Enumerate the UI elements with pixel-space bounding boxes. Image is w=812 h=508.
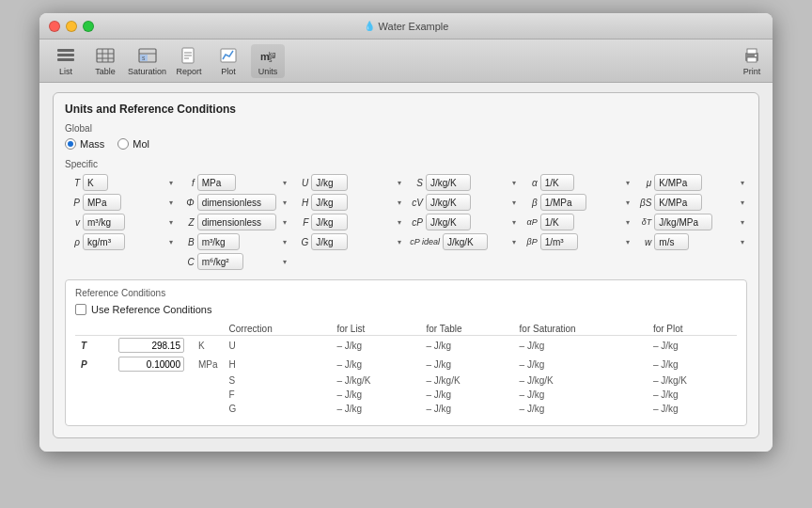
th-for-list: for List (331, 323, 420, 336)
ref-T-sat-U: – J/kg (514, 336, 648, 356)
panel-title: Units and Reference Conditions (65, 103, 747, 116)
radio-mass[interactable]: Mass (65, 138, 104, 150)
select-phi[interactable]: dimensionless (197, 194, 276, 211)
unit-f: f MPa (180, 174, 290, 191)
unit-betaS: βS K/MPa (636, 194, 747, 211)
ref-T-plot-U: – J/kg (648, 336, 737, 356)
ref-list-G: – J/kg (331, 402, 420, 416)
ref-T-corr-U: U (224, 336, 332, 356)
select-cP[interactable]: J/kg/K (426, 214, 471, 230)
select-B[interactable]: m³/kg (197, 233, 240, 250)
select-alpha[interactable]: 1/K (540, 174, 574, 191)
select-w[interactable]: m/s (654, 233, 689, 250)
specific-label: Specific (65, 159, 747, 169)
unit-cV: cV J/kg/K (408, 194, 519, 211)
ref-empty-unit2 (190, 388, 224, 402)
ref-sat-S: – J/kg/K (514, 373, 648, 388)
ref-corr-G: G (224, 402, 332, 416)
window-title: 💧 Water Example (364, 21, 449, 32)
svg-rect-3 (97, 49, 114, 62)
toolbar-units[interactable]: m kg s Units (251, 44, 285, 78)
select-betaP[interactable]: 1/m³ (540, 233, 578, 250)
th-empty1 (75, 323, 113, 336)
toolbar-report[interactable]: Report (172, 46, 206, 76)
unit-empty3 (408, 253, 519, 270)
units-icon: m kg s (257, 46, 279, 65)
toolbar: List Table S (39, 40, 773, 83)
select-T[interactable]: K (83, 174, 108, 191)
svg-rect-22 (747, 49, 757, 54)
ref-T-input[interactable] (118, 338, 184, 353)
unit-C: C m⁶/kg² (180, 253, 290, 270)
select-beta[interactable]: 1/MPa (540, 194, 586, 211)
svg-rect-2 (57, 58, 74, 61)
toolbar-print[interactable]: Print (741, 46, 763, 76)
ref-list-S: – J/kg/K (331, 373, 420, 388)
ref-table-S: – J/kg/K (420, 373, 513, 388)
unit-G: G J/kg (293, 233, 404, 250)
maximize-button[interactable] (83, 21, 94, 32)
select-alphaP[interactable]: 1/K (540, 214, 574, 230)
select-cV[interactable]: J/kg/K (426, 194, 471, 211)
svg-rect-23 (747, 57, 757, 62)
select-cP-ideal[interactable]: J/kg/K (443, 233, 488, 250)
toolbar-list[interactable]: List (49, 46, 83, 76)
ref-row-F: F – J/kg – J/kg – J/kg – J/kg (75, 388, 737, 402)
select-P[interactable]: MPa (83, 194, 121, 211)
select-rho[interactable]: kg/m³ (83, 233, 125, 250)
minimize-button[interactable] (66, 21, 77, 32)
ref-P-input[interactable] (118, 357, 184, 372)
select-betaS[interactable]: K/MPa (654, 194, 702, 211)
select-Z[interactable]: dimensionless (197, 214, 276, 230)
unit-alphaP: αP 1/K (523, 214, 633, 230)
radio-mol-circle (117, 138, 129, 150)
select-H[interactable]: J/kg (311, 194, 348, 211)
ref-P-table-H: – J/kg (420, 355, 513, 373)
global-label: Global (65, 123, 747, 134)
unit-w: w m/s (636, 233, 747, 250)
ref-P-list-H: – J/kg (331, 355, 420, 373)
use-ref-checkbox[interactable]: Use Reference Conditions (75, 304, 211, 315)
checkbox-box (75, 304, 86, 315)
unit-mu: μ K/MPa (636, 174, 747, 191)
svg-rect-1 (57, 54, 74, 56)
select-F[interactable]: J/kg (311, 214, 348, 230)
unit-rho: ρ kg/m³ (65, 233, 176, 250)
select-C[interactable]: m⁶/kg² (197, 253, 243, 270)
saturation-icon: S (136, 46, 159, 65)
ref-empty-val3 (113, 402, 190, 416)
ref-P-sat-H: – J/kg (514, 355, 648, 373)
select-U[interactable]: J/kg (311, 174, 348, 191)
unit-S: S J/kg/K (408, 174, 519, 191)
reference-section: Reference Conditions Use Reference Condi… (65, 279, 747, 426)
radio-mol[interactable]: Mol (117, 138, 149, 150)
ref-row-S: S – J/kg/K – J/kg/K – J/kg/K – J/kg/K (75, 373, 737, 388)
content-area: Units and Reference Conditions Global Ma… (39, 83, 773, 452)
select-v[interactable]: m³/kg (83, 214, 125, 230)
th-correction: Correction (224, 323, 332, 336)
unit-betaP: βP 1/m³ (523, 233, 633, 250)
select-S[interactable]: J/kg/K (426, 174, 471, 191)
traffic-lights (49, 21, 94, 32)
ref-empty-unit (190, 373, 224, 388)
ref-empty-sym (75, 373, 113, 388)
select-G[interactable]: J/kg (311, 233, 348, 250)
ref-T-symbol: T (75, 336, 113, 356)
unit-empty4 (523, 253, 633, 270)
ref-table: Correction for List for Table for Satura… (75, 323, 737, 416)
select-deltaT[interactable]: J/kg/MPa (654, 214, 712, 230)
toolbar-table[interactable]: Table (88, 46, 122, 76)
ref-title: Reference Conditions (75, 288, 737, 298)
units-grid: T K f MPa U J/kg (65, 174, 747, 270)
svg-rect-0 (57, 49, 74, 52)
close-button[interactable] (49, 21, 60, 32)
unit-B: B m³/kg (180, 233, 290, 250)
ref-row-G: G – J/kg – J/kg – J/kg – J/kg (75, 402, 737, 416)
ref-T-table-U: – J/kg (420, 336, 513, 356)
toolbar-saturation[interactable]: S Saturation (128, 46, 166, 76)
unit-phi: Φ dimensionless (180, 194, 290, 211)
select-mu[interactable]: K/MPa (654, 174, 702, 191)
toolbar-plot[interactable]: Plot (211, 46, 245, 76)
select-f[interactable]: MPa (197, 174, 236, 191)
ref-plot-G: – J/kg (648, 402, 737, 416)
